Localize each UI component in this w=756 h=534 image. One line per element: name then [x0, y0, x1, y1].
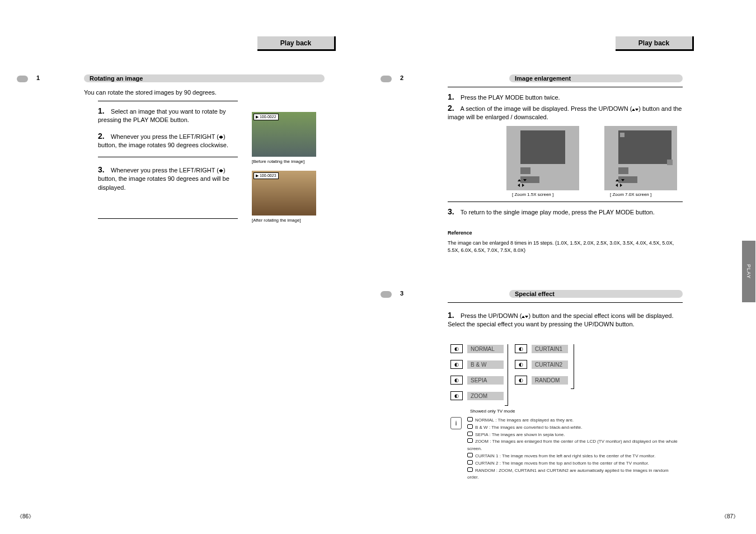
divider-r1	[448, 87, 683, 87]
effect-zoom: ◐ ZOOM	[450, 391, 504, 400]
effect-label-curtain1: CURTAIN1	[532, 345, 568, 353]
info-3: ZOOM : The images are enlarged from the …	[467, 439, 678, 451]
photo2-caption: [After rotating the image]	[252, 218, 301, 223]
info-1: B & W : The images are converted to blac…	[475, 425, 583, 430]
effect-icon-curtain1: ◐	[515, 344, 527, 353]
step3-text: Whenever you press the LEFT/RIGHT () but…	[98, 167, 229, 191]
info-6: RANDOM : ZOOM, CURTAIN1 and CURTAIN2 are…	[467, 468, 669, 480]
step2-num: 2.	[98, 132, 109, 140]
section-num-1: 1	[36, 74, 40, 81]
info-0: NORMAL : The images are displayed as the…	[475, 418, 574, 423]
r-step-1: 1. Press the PLAY MODE button twice.	[448, 92, 560, 102]
photo2-label: ▶ 100-0023	[253, 172, 279, 179]
photo-before: ▶ 100-0022	[252, 112, 316, 157]
section-marker-2	[381, 76, 392, 82]
r-step1-num: 1.	[448, 92, 459, 101]
effects-col-2: ◐ CURTAIN1 ◐ CURTAIN2 ◐ RANDOM	[515, 344, 568, 391]
step-3: 3. Whenever you press the LEFT/RIGHT () …	[98, 165, 238, 192]
divider-2	[98, 157, 238, 157]
section-title-3: Special effect	[509, 290, 683, 298]
step-2: 2. Whenever you press the LEFT/RIGHT () …	[98, 132, 238, 150]
r-step2-num: 2.	[448, 104, 459, 113]
r-step3-text: To return to the single image play mode,…	[461, 209, 655, 216]
info-4: CURTAIN 1 : The image moves from the lef…	[475, 453, 655, 458]
effect-icon-sepia: ◐	[450, 376, 463, 385]
r3-step-1: 1. Press the UP/DOWN () button and the s…	[448, 311, 683, 329]
section-marker-3	[381, 291, 392, 298]
section-num-3: 3	[400, 290, 403, 297]
effect-icon-normal: ◐	[450, 344, 463, 353]
r-step-3: 3. To return to the single image play mo…	[448, 207, 683, 217]
page-left: Play back 1 Rotating an image You can ro…	[17, 17, 375, 521]
photo1-label: ▶ 100-0022	[253, 114, 279, 120]
effect-sepia: ◐ SEPIA	[450, 376, 504, 385]
header-right: Play back	[616, 36, 694, 51]
bracket-note: Showed only TV mode	[470, 409, 515, 414]
effect-icon-bw: ◐	[450, 360, 463, 369]
effect-normal: ◐ NORMAL	[450, 344, 504, 353]
lcd-zoom-7-0	[604, 126, 677, 190]
lcd-zoom-1-5	[506, 126, 579, 190]
section-title-1: Rotating an image	[84, 74, 325, 82]
r-step2-text: A section of the image will be displayed…	[448, 105, 682, 120]
section-title-1-text: Rotating an image	[90, 75, 143, 82]
effect-curtain2: ◐ CURTAIN2	[515, 360, 568, 369]
effect-label-bw: B & W	[467, 360, 504, 369]
info-icon	[450, 417, 462, 429]
pagenum-left: 《86》	[17, 513, 34, 521]
section-num-2: 2	[400, 74, 403, 81]
section-marker-1	[17, 76, 28, 82]
photo1-caption: [Before rotating the image]	[252, 159, 304, 164]
effect-label-zoom: ZOOM	[467, 392, 504, 400]
r3-step1-num: 1.	[448, 311, 459, 320]
intro-text: You can rotate the stored images by 90 d…	[84, 88, 319, 97]
effects-col-1: ◐ NORMAL ◐ B & W ◐ SEPIA ◐ ZOOM	[450, 344, 504, 407]
r3-step1-text: Press the UP/DOWN () button and the spec…	[448, 312, 674, 327]
r-step-2: 2. A section of the image will be displa…	[448, 104, 683, 122]
divider-r2	[448, 202, 683, 202]
section-title-2: Image enlargement	[509, 74, 683, 82]
divider-r3	[448, 302, 683, 303]
effect-label-curtain2: CURTAIN2	[532, 360, 568, 369]
bracket-left	[505, 344, 508, 406]
bracket-right	[571, 344, 574, 389]
step-1: 1. Select an image that you want to rota…	[98, 106, 238, 125]
effect-bw: ◐ B & W	[450, 360, 504, 369]
divider-1	[98, 101, 238, 101]
effect-icon-random: ◐	[515, 376, 527, 385]
photo-after: ▶ 100-0023	[252, 171, 316, 216]
step3-num: 3.	[98, 165, 109, 174]
effect-label-normal: NORMAL	[467, 345, 504, 353]
reference-body: The image can be enlarged 8 times in 15 …	[448, 240, 683, 255]
effect-icon-curtain2: ◐	[515, 360, 527, 369]
reference-title: Reference	[448, 229, 683, 237]
header-left: Play back	[257, 36, 336, 51]
side-tab-play: PLAY	[742, 241, 755, 302]
page-right: Play back 2 Image enlargement 1. Press t…	[381, 17, 739, 521]
effect-curtain1: ◐ CURTAIN1	[515, 344, 568, 353]
lcd2-caption: [ Zoom 7.0X screen ]	[610, 192, 651, 197]
section-title-3-text: Special effect	[515, 291, 555, 297]
step1-num: 1.	[98, 106, 109, 115]
reference-block: Reference The image can be enlarged 8 ti…	[448, 229, 683, 255]
info-2: SEPIA : The images are shown in sepia to…	[475, 432, 565, 437]
effect-random: ◐ RANDOM	[515, 376, 568, 385]
lcd1-caption: [ Zoom 1.5X screen ]	[512, 192, 553, 197]
step1-text: Select an image that you want to rotate …	[98, 108, 226, 123]
info-5: CURTAIN 2 : The image moves from the top…	[475, 461, 649, 466]
section-title-2-text: Image enlargement	[515, 75, 571, 82]
r-step3-num: 3.	[448, 207, 459, 216]
effect-label-sepia: SEPIA	[467, 376, 504, 385]
divider-3	[98, 218, 238, 219]
info-list: NORMAL : The images are displayed as the…	[467, 417, 680, 481]
effect-label-random: RANDOM	[532, 376, 568, 385]
r-step1-text: Press the PLAY MODE button twice.	[461, 94, 560, 101]
effect-icon-zoom: ◐	[450, 391, 463, 400]
pagenum-right: 《87》	[721, 513, 739, 521]
step2-text: Whenever you press the LEFT/RIGHT () but…	[98, 133, 228, 148]
